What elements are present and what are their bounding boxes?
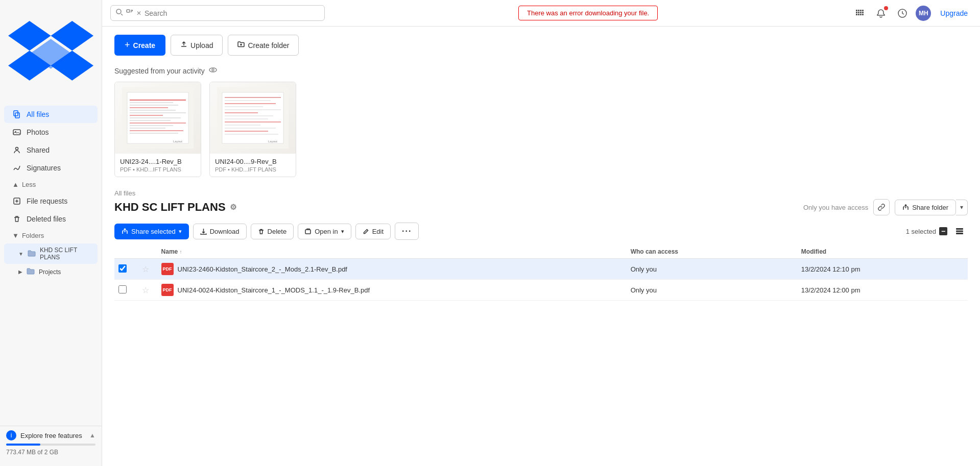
list-view-button[interactable] [951, 223, 968, 239]
more-button[interactable]: ··· [395, 223, 419, 240]
file-toolbar-right: 1 selected − [906, 223, 968, 239]
folder-section: All files KHD SC LIFT PLANS ⚙ Only you h… [114, 189, 968, 301]
file-meta-0: PDF • KHD...IFT PLANS [120, 166, 196, 173]
collapse-icon[interactable]: ▲ [89, 432, 95, 439]
sidebar-item-photos[interactable]: Photos [4, 124, 98, 141]
sidebar-item-label: Photos [27, 128, 49, 136]
error-banner: There was an error downloading your file… [331, 6, 845, 20]
top-bar: ✕ There was an error downloading your fi… [102, 0, 980, 27]
file-meta-1: PDF • KHD...IFT PLANS [215, 166, 291, 173]
svg-rect-58 [956, 231, 963, 232]
file-toolbar: Share selected ▾ Download Delete Open in [114, 217, 968, 245]
svg-rect-7 [127, 10, 130, 12]
svg-rect-41 [222, 92, 283, 143]
open-in-label: Open in [315, 228, 338, 235]
th-name[interactable]: Name ↑ [157, 245, 627, 259]
avatar[interactable]: MH [916, 6, 931, 21]
sidebar-folders-header[interactable]: ▼ Folders [4, 229, 98, 242]
svg-rect-13 [858, 12, 859, 13]
row-checkbox-0[interactable] [114, 259, 138, 280]
file-name-cell-0[interactable]: PDF UNI23-2460-Kidston_Staircore_2_-_Mod… [157, 259, 627, 280]
sidebar-item-shared[interactable]: Shared [4, 141, 98, 159]
folder-title-text: KHD SC LIFT PLANS [114, 201, 226, 214]
clear-search-icon[interactable]: ✕ [136, 10, 141, 17]
notifications-icon[interactable] [873, 5, 889, 21]
main-content: ✕ There was an error downloading your fi… [102, 0, 980, 466]
svg-text:Layout: Layout [173, 140, 182, 143]
deselect-icon[interactable]: − [939, 227, 947, 235]
share-folder-button[interactable]: Share folder [895, 200, 956, 215]
sidebar-item-file-requests[interactable]: File requests [4, 192, 98, 210]
sidebar-item-label: Deleted files [27, 215, 66, 223]
suggested-file-card-0[interactable]: Layout UNI23-24....1-Rev_B PDF • KHD...I… [114, 82, 201, 177]
star-cell-0[interactable]: ☆ [138, 259, 157, 280]
folders-label: Folders [22, 232, 44, 239]
star-cell-1[interactable]: ☆ [138, 280, 157, 301]
share-selected-button[interactable]: Share selected ▾ [114, 224, 189, 239]
sidebar-folder-khd-sc-lift-plans[interactable]: ▼ KHD SC LIFT PLANS [4, 243, 98, 264]
folder-filter-icon [126, 9, 133, 17]
sidebar-item-all-files[interactable]: All files [4, 106, 98, 123]
sidebar-item-signatures[interactable]: Signatures [4, 159, 98, 177]
share-folder-dropdown-button[interactable]: ▾ [956, 200, 968, 215]
suggested-file-card-1[interactable]: Layout UNI24-00....9-Rev_B PDF • KHD...I… [209, 82, 296, 177]
svg-rect-1 [15, 113, 19, 118]
search-box[interactable]: ✕ [110, 5, 325, 21]
create-button[interactable]: + Create [114, 35, 165, 56]
svg-point-4 [16, 148, 18, 150]
sidebar-folder-label: Projects [39, 268, 61, 276]
error-message: There was an error downloading your file… [518, 6, 658, 20]
sidebar-less-toggle[interactable]: ▲ Less [4, 178, 98, 191]
explore-free-features[interactable]: i Explore free features ▲ [6, 430, 95, 440]
th-star [138, 245, 157, 259]
file-row-name-0: PDF UNI23-2460-Kidston_Staircore_2_-_Mod… [161, 263, 623, 275]
star-icon-0[interactable]: ☆ [142, 265, 149, 274]
access-cell-0: Only you [627, 259, 797, 280]
table-row[interactable]: ☆ PDF UNI23-2460-Kidston_Staircore_2_-_M… [114, 259, 968, 280]
file-thumbnail-0: Layout [115, 82, 201, 154]
svg-rect-11 [862, 10, 864, 11]
sidebar-bottom: i Explore free features ▲ 773.47 MB of 2… [0, 426, 102, 460]
sidebar-item-deleted-files[interactable]: Deleted files [4, 210, 98, 228]
svg-rect-2 [13, 130, 20, 135]
svg-rect-17 [858, 14, 859, 15]
bell-icon[interactable] [894, 5, 911, 21]
row-checkbox-1[interactable] [114, 280, 138, 301]
section-title-bar: KHD SC LIFT PLANS ⚙ Only you have access… [114, 199, 968, 215]
download-label: Download [210, 228, 240, 235]
suggested-text: Suggested from your activity [114, 67, 205, 75]
sidebar-item-label: Shared [27, 146, 50, 154]
sidebar-folder-projects[interactable]: ▶ Projects [4, 264, 98, 279]
file-name-1: UNI24-00....9-Rev_B [215, 158, 291, 165]
explore-free-label: Explore free features [20, 432, 82, 439]
th-modified: Modified [797, 245, 968, 259]
svg-rect-10 [860, 10, 862, 11]
top-right-actions: MH Upgrade [851, 5, 972, 21]
file-requests-icon [12, 197, 21, 206]
storage-bar-fill [6, 444, 40, 446]
link-icon-button[interactable] [873, 199, 890, 215]
svg-text:Layout: Layout [268, 140, 277, 143]
svg-rect-15 [862, 12, 864, 13]
upload-button[interactable]: Upload [171, 35, 223, 56]
create-folder-button[interactable]: Create folder [228, 35, 299, 56]
edit-button[interactable]: Edit [355, 224, 391, 239]
star-icon-1[interactable]: ☆ [142, 286, 149, 295]
search-icon [116, 9, 123, 17]
open-in-button[interactable]: Open in ▾ [298, 224, 351, 239]
gear-button[interactable]: ⚙ [230, 203, 236, 212]
file-name-cell-1[interactable]: PDF UNI24-0024-Kidston_Staircore_1_-_MOD… [157, 280, 627, 301]
search-input[interactable] [145, 9, 319, 17]
delete-button[interactable]: Delete [251, 224, 294, 239]
svg-rect-18 [860, 14, 862, 15]
storage-text: 773.47 MB of 2 GB [6, 449, 95, 456]
download-button[interactable]: Download [193, 224, 247, 239]
folder-title: KHD SC LIFT PLANS ⚙ [114, 201, 803, 214]
folder-actions-right: Only you have access Share folder ▾ [803, 199, 968, 215]
upgrade-button[interactable]: Upgrade [936, 7, 972, 19]
pdf-icon-1: PDF [161, 284, 174, 296]
info-icon: i [6, 430, 16, 440]
svg-rect-56 [305, 230, 310, 234]
grid-icon[interactable] [851, 5, 868, 21]
table-row[interactable]: ☆ PDF UNI24-0024-Kidston_Staircore_1_-_M… [114, 280, 968, 301]
